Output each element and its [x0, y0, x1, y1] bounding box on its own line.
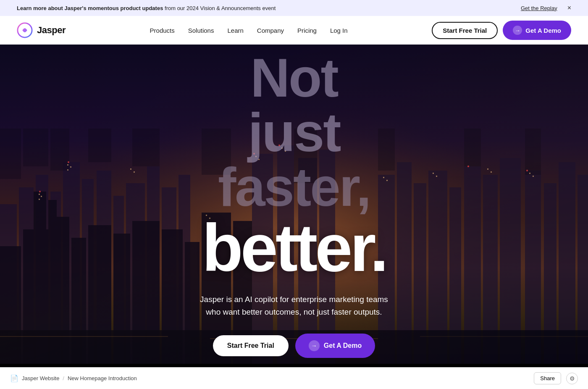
announcement-right: Get the Replay × — [521, 4, 571, 12]
hero-demo-button[interactable]: → Get A Demo — [295, 334, 375, 358]
hero-subtitle-line2: who want better outcomes, not just faste… — [206, 308, 382, 316]
hero-demo-label: Get A Demo — [324, 342, 362, 350]
announcement-text: Learn more about Jasper's momentous prod… — [17, 5, 276, 11]
nav-company[interactable]: Company — [257, 27, 284, 34]
hero-content: Not just faster, better. Jasper is an AI… — [0, 50, 588, 358]
hero-line-just: just — [25, 105, 563, 160]
logo-text: Jasper — [37, 25, 66, 36]
bottom-bar: 📄 Jasper Website / New Homepage Introduc… — [0, 367, 588, 389]
hero-trial-button[interactable]: Start Free Trial — [213, 335, 289, 356]
nav-demo-label: Get A Demo — [525, 27, 561, 34]
hero-cta: Start Free Trial → Get A Demo — [25, 334, 563, 358]
announcement-replay-link[interactable]: Get the Replay — [521, 5, 557, 11]
hero-headline: Not just faster, better. — [25, 50, 563, 281]
nav-solutions[interactable]: Solutions — [188, 27, 214, 34]
announcement-banner: Learn more about Jasper's momentous prod… — [0, 0, 588, 16]
announcement-suffix: from our 2024 Vision & Announcements eve… — [165, 5, 276, 11]
announcement-bold: Learn more about Jasper's momentous prod… — [17, 5, 163, 11]
settings-button[interactable]: ⚙ — [566, 373, 578, 384]
hero-section: Not just faster, better. Jasper is an AI… — [0, 45, 588, 364]
navbar: Jasper Products Solutions Learn Company … — [0, 16, 588, 45]
bottom-left: 📄 Jasper Website / New Homepage Introduc… — [10, 374, 137, 382]
share-button[interactable]: Share — [534, 372, 561, 384]
nav-login[interactable]: Log In — [330, 27, 348, 34]
nav-actions: Start Free Trial → Get A Demo — [432, 21, 571, 40]
bottom-page-name: Jasper Website — [22, 375, 59, 381]
hero-line-faster: faster, — [25, 160, 563, 214]
hero-line-not: Not — [25, 50, 563, 105]
hero-subtitle: Jasper is an AI copilot for enterprise m… — [25, 293, 563, 319]
nav-trial-button[interactable]: Start Free Trial — [432, 22, 498, 39]
nav-pricing[interactable]: Pricing — [297, 27, 317, 34]
demo-arrow-icon: → — [513, 26, 522, 35]
page-icon: 📄 — [10, 374, 18, 382]
nav-products[interactable]: Products — [150, 27, 175, 34]
nav-demo-button[interactable]: → Get A Demo — [503, 21, 571, 40]
bottom-section-name: New Homepage Introduction — [68, 375, 137, 381]
logo[interactable]: Jasper — [17, 22, 66, 38]
bottom-right: Share ⚙ — [534, 372, 578, 384]
jasper-logo-icon — [17, 22, 33, 38]
hero-line-better: better. — [25, 214, 563, 281]
announcement-close-button[interactable]: × — [567, 4, 571, 12]
hero-subtitle-line1: Jasper is an AI copilot for enterprise m… — [200, 295, 388, 304]
hero-demo-arrow-icon: → — [309, 340, 320, 351]
bottom-separator: / — [63, 375, 64, 381]
nav-links: Products Solutions Learn Company Pricing… — [150, 27, 348, 34]
nav-learn[interactable]: Learn — [227, 27, 243, 34]
